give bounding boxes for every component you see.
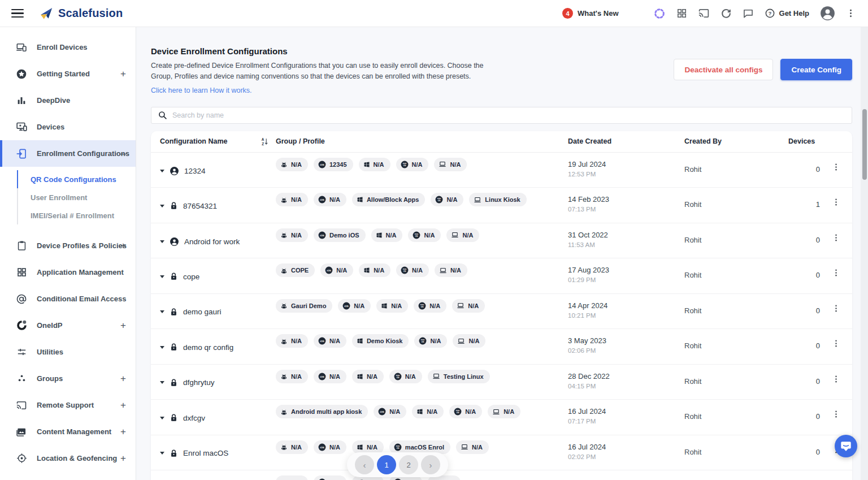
table-row[interactable]: Enrol macOSN/AiOSN/AN/AmacOSmacOS EnrolN… [151,435,852,471]
row-menu-kebab-icon[interactable] [832,410,840,418]
platform-pill-android: Gauri Demo [276,299,332,313]
pill-label: N/A [450,161,461,168]
learn-how-link[interactable]: Click here to learn How it works. [151,87,252,94]
row-menu-kebab-icon[interactable] [832,375,840,383]
whats-new-button[interactable]: 4 What's New [562,8,618,19]
row-menu-kebab-icon[interactable] [832,269,840,277]
sidebar-item-device-profiles-policies[interactable]: Device Profiles & Policies+ [0,232,136,259]
row-expand-caret-icon[interactable] [160,275,164,278]
sidebar-item-deepdive[interactable]: DeepDive [0,87,136,114]
sidebar-item-location-geofencing[interactable]: Location & Geofencing+ [0,445,136,472]
get-help-button[interactable]: ? Get Help [765,8,809,19]
collapse-minus-icon[interactable]: – [121,148,126,159]
table-row[interactable]: 87654321N/AiOSN/AAllow/Block AppsmacOSN/… [151,188,852,223]
sidebar-item-application-management[interactable]: Application Management [0,259,136,286]
sort-alphabetical-icon[interactable]: AZ [261,137,268,146]
star-circle-icon [15,68,28,80]
sidebar-item-oneidp[interactable]: OneIdP+ [0,312,136,339]
linux-icon [492,408,500,416]
deactivate-all-configs-button[interactable]: Deactivate all configs [674,59,773,80]
pagination-prev[interactable]: ‹ [355,455,374,474]
created-by: Rohit [684,294,788,315]
pagination-next[interactable]: › [421,455,440,474]
row-menu-kebab-icon[interactable] [832,198,840,206]
expand-plus-icon[interactable]: + [120,400,126,411]
row-expand-caret-icon[interactable] [160,205,164,207]
table-row[interactable]: 12324N/AiOS12345N/AmacOSN/AN/A19 Jul 202… [151,153,852,188]
expand-plus-icon[interactable]: + [120,68,126,80]
pagination-page-2[interactable]: 2 [399,455,418,474]
create-config-button[interactable]: Create Config [780,59,852,80]
android-icon [280,302,288,309]
feedback-chat-icon[interactable] [743,8,754,19]
platform-pill-android: N/A [276,193,308,206]
table-row[interactable]: Android for workN/AiOSDemo iOSN/AmacOSN/… [151,223,852,259]
sidebar-subitem-qr-code-configurations[interactable]: QR Code Configurations [17,170,136,188]
sidebar-item-devices[interactable]: Devices [0,114,136,140]
sidebar-item-content-management[interactable]: Content Management+ [0,418,136,445]
loading-spinner-icon[interactable] [653,7,666,20]
pagination-page-1[interactable]: 1 [377,455,396,474]
user-avatar[interactable] [820,6,835,21]
sidebar-item-getting-started[interactable]: Getting Started+ [0,60,136,87]
created-by: Rohit [684,329,788,350]
support-chat-button[interactable] [835,435,857,457]
expand-plus-icon[interactable]: + [120,453,126,464]
sidebar-subitem-imei-serial-enrollment[interactable]: IMEI/Serial # Enrollment [17,206,136,224]
svg-text:OS: OS [422,341,424,343]
oneidp-icon [15,319,28,331]
platform-pill-macos: macOSN/A [396,158,429,171]
refresh-icon[interactable] [721,8,732,19]
expand-plus-icon[interactable]: + [120,373,126,384]
sidebar-item-enrollment-configurations[interactable]: Enrollment Configurations– [0,140,136,167]
cast-icon[interactable] [698,7,710,19]
row-expand-caret-icon[interactable] [160,310,164,313]
windows-icon [363,161,370,168]
sidebar-item-remote-support[interactable]: Remote Support+ [0,392,136,418]
grid-icon [15,267,28,278]
search-input[interactable] [172,111,845,119]
table-row[interactable]: N/AiOSN/AN/AmacOSN/AN/A [151,470,852,480]
get-help-label: Get Help [779,9,809,18]
ios-icon: iOS [318,373,326,380]
row-expand-caret-icon[interactable] [160,381,164,384]
sidebar-subitem-user-enrollment[interactable]: User Enrollment [17,188,136,206]
row-expand-caret-icon[interactable] [160,417,164,420]
at-icon [15,293,28,305]
android-icon [280,373,288,380]
table-row[interactable]: dfghrytuyN/AiOSN/AN/AmacOSN/ATesting Lin… [151,365,852,400]
windows-icon [381,302,388,309]
table-row[interactable]: demo gauriGauri DemoiOSN/AN/AmacOSN/AN/A… [151,294,852,330]
table-row[interactable]: copeCOPEiOSN/AN/AmacOSN/AN/A17 Aug 20230… [151,258,852,294]
row-menu-kebab-icon[interactable] [832,339,840,348]
scrollbar-thumb[interactable] [862,109,867,180]
svg-text:?: ? [768,11,771,16]
table-row[interactable]: dxfcgvAndroid multi app kioskiOSN/AN/Ama… [151,400,852,435]
brand-logo[interactable]: Scalefusion [38,6,123,21]
macos-icon: macOS [394,443,402,451]
row-expand-caret-icon[interactable] [160,170,164,172]
row-menu-kebab-icon[interactable] [832,163,840,171]
hamburger-menu-icon[interactable] [11,9,24,18]
table-header-row: Configuration Name AZ Group / Profile Da… [151,131,852,153]
row-expand-caret-icon[interactable] [160,240,164,243]
row-menu-kebab-icon[interactable] [832,233,840,242]
sidebar-item-utilities[interactable]: Utilities [0,339,136,365]
expand-plus-icon[interactable]: + [120,320,126,331]
row-expand-caret-icon[interactable] [160,452,164,455]
apps-grid-icon[interactable] [676,8,687,19]
table-row[interactable]: demo qr configN/AiOSN/ADemo KioskmacOSN/… [151,329,852,365]
expand-plus-icon[interactable]: + [120,426,126,438]
sidebar-item-conditional-email-access[interactable]: Conditional Email Access [0,286,136,312]
sidebar-item-groups[interactable]: Groups+ [0,365,136,392]
platform-pill-ios: iOSDemo iOS [314,228,366,242]
row-menu-kebab-icon[interactable] [832,304,840,313]
pill-label: Android multi app kiosk [291,408,362,415]
config-name: demo qr config [183,343,233,352]
expand-plus-icon[interactable]: + [120,240,126,252]
platform-pill-android: N/A [276,158,308,171]
overflow-kebab-icon[interactable] [846,8,856,18]
created-by: Rohit [684,153,788,174]
row-expand-caret-icon[interactable] [160,346,164,349]
sidebar-item-enroll-devices[interactable]: Enroll Devices [0,34,136,60]
